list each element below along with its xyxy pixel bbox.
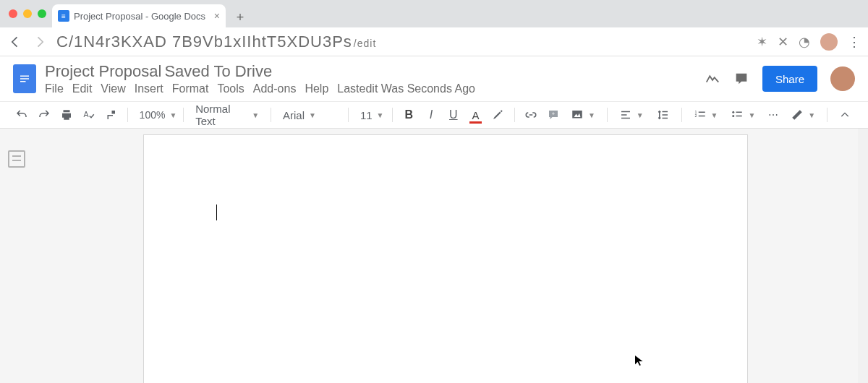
caret-down-icon: ▼ xyxy=(588,111,595,119)
window-minimize-button[interactable] xyxy=(23,9,32,18)
url-text: C/1N4r3KXAD 7B9Vb1xIIhtT5XDU3Ps xyxy=(56,33,352,51)
new-tab-button[interactable]: + xyxy=(230,7,250,27)
extension-close-icon[interactable]: ✕ xyxy=(778,34,788,50)
caret-down-icon: ▼ xyxy=(377,111,384,119)
caret-down-icon: ▼ xyxy=(711,111,718,119)
font-size-value: 11 xyxy=(360,109,373,121)
toolbar-separator xyxy=(127,108,128,122)
caret-down-icon: ▼ xyxy=(252,111,259,119)
address-bar-right: ✶ ✕ ◔ ⋮ xyxy=(757,33,861,51)
caret-down-icon: ▼ xyxy=(637,111,644,119)
comments-icon[interactable] xyxy=(733,71,749,87)
toolbar-separator xyxy=(271,108,271,122)
browser-profile-avatar[interactable] xyxy=(820,33,838,51)
url-suffix: /edit xyxy=(354,38,376,49)
menu-insert[interactable]: Insert xyxy=(135,82,163,95)
caret-down-icon: ▼ xyxy=(808,111,815,119)
zoom-value: 100% xyxy=(140,109,166,121)
menu-addons[interactable]: Add-ons xyxy=(253,82,297,95)
toolbar-right: ▼ xyxy=(788,106,854,124)
activity-icon[interactable] xyxy=(705,71,720,87)
menu-tools[interactable]: Tools xyxy=(217,82,244,95)
toolbar-separator xyxy=(392,108,393,122)
extension-icon[interactable]: ◔ xyxy=(799,34,810,50)
bookmark-star-icon[interactable]: ✶ xyxy=(757,34,767,50)
menu-view[interactable]: View xyxy=(101,82,125,95)
document-title[interactable]: Project Proposal xyxy=(45,62,161,81)
svg-text:A: A xyxy=(83,110,88,119)
numbered-list-button[interactable]: 12 ▼ xyxy=(691,108,721,121)
menu-format[interactable]: Format xyxy=(172,82,209,95)
svg-rect-2 xyxy=(20,81,26,82)
browser-menu-icon[interactable]: ⋮ xyxy=(848,34,861,50)
text-color-swatch xyxy=(469,121,482,124)
docs-favicon-icon: ≡ xyxy=(58,10,69,22)
menu-bar: File Edit View Insert Format Tools Add-o… xyxy=(45,82,475,95)
account-avatar[interactable] xyxy=(830,66,855,91)
menu-file[interactable]: File xyxy=(45,82,64,95)
paint-format-button[interactable] xyxy=(103,106,119,124)
vertical-scrollbar[interactable] xyxy=(858,129,868,383)
caret-down-icon: ▼ xyxy=(748,111,755,119)
text-cursor xyxy=(216,205,217,220)
align-dropdown[interactable]: ▼ xyxy=(616,108,647,121)
hide-toolbar-button[interactable] xyxy=(836,106,854,124)
paragraph-style-dropdown[interactable]: Normal Text ▼ xyxy=(192,103,262,127)
insert-image-button[interactable]: ▼ xyxy=(568,108,598,121)
header-right: Share xyxy=(705,66,855,92)
share-button-label: Share xyxy=(775,73,804,85)
zoom-dropdown[interactable]: 100% ▼ xyxy=(137,109,175,121)
svg-rect-1 xyxy=(20,78,29,79)
title-block: Project Proposal Saved To Drive File Edi… xyxy=(45,62,475,95)
caret-down-icon: ▼ xyxy=(169,111,176,119)
svg-text:2: 2 xyxy=(694,113,697,118)
bulleted-list-button[interactable]: ▼ xyxy=(728,108,758,121)
forward-button[interactable] xyxy=(32,34,48,50)
caret-down-icon: ▼ xyxy=(309,111,316,119)
toolbar-separator xyxy=(183,108,184,122)
title-row: Project Proposal Saved To Drive xyxy=(45,62,475,81)
google-docs-logo-icon[interactable] xyxy=(13,64,36,93)
print-button[interactable] xyxy=(59,106,75,124)
toolbar-separator xyxy=(348,108,349,122)
toolbar-separator xyxy=(681,108,682,122)
more-toolbar-button[interactable]: ⋯ xyxy=(765,106,780,124)
editing-mode-dropdown[interactable]: ▼ xyxy=(788,108,818,121)
toolbar-separator xyxy=(514,108,515,122)
back-button[interactable] xyxy=(7,34,23,50)
line-spacing-button[interactable] xyxy=(654,108,673,121)
last-edit-status[interactable]: Lastedit Was Seconds Ago xyxy=(337,82,475,95)
browser-address-bar: C/1N4r3KXAD 7B9Vb1xIIhtT5XDU3Ps /edit ✶ … xyxy=(0,27,868,56)
tab-close-icon[interactable]: × xyxy=(214,10,220,22)
highlight-color-button[interactable] xyxy=(490,106,506,124)
formatting-toolbar: A 100% ▼ Normal Text ▼ Arial ▼ 11 ▼ B I … xyxy=(0,101,868,129)
browser-tabstrip: ≡ Project Proposal - Google Docs × + xyxy=(0,0,868,27)
text-color-button[interactable]: A xyxy=(468,106,483,124)
font-family-dropdown[interactable]: Arial ▼ xyxy=(280,109,339,121)
insert-link-button[interactable] xyxy=(524,106,539,124)
paragraph-style-value: Normal Text xyxy=(195,103,247,127)
share-button[interactable]: Share xyxy=(762,66,817,92)
font-size-dropdown[interactable]: 11 ▼ xyxy=(357,109,383,121)
page-container xyxy=(33,129,858,383)
spellcheck-button[interactable]: A xyxy=(81,106,96,124)
browser-tab[interactable]: ≡ Project Proposal - Google Docs × xyxy=(52,4,226,27)
bold-button[interactable]: B xyxy=(401,106,417,124)
menu-help[interactable]: Help xyxy=(305,82,328,95)
redo-button[interactable] xyxy=(37,106,52,124)
undo-button[interactable] xyxy=(14,106,30,124)
url-field[interactable]: C/1N4r3KXAD 7B9Vb1xIIhtT5XDU3Ps /edit xyxy=(56,33,748,51)
italic-button[interactable]: I xyxy=(424,106,439,124)
document-outline-icon[interactable] xyxy=(8,150,25,168)
toolbar-separator xyxy=(827,108,827,122)
underline-button[interactable]: U xyxy=(446,106,461,124)
svg-text:+: + xyxy=(551,111,555,117)
left-rail xyxy=(0,129,33,383)
window-zoom-button[interactable] xyxy=(38,9,46,18)
window-close-button[interactable] xyxy=(9,9,17,18)
document-page[interactable] xyxy=(143,134,748,383)
svg-rect-0 xyxy=(20,76,29,77)
svg-point-10 xyxy=(733,115,735,117)
menu-edit[interactable]: Edit xyxy=(72,82,93,95)
insert-comment-button[interactable]: + xyxy=(545,106,561,124)
